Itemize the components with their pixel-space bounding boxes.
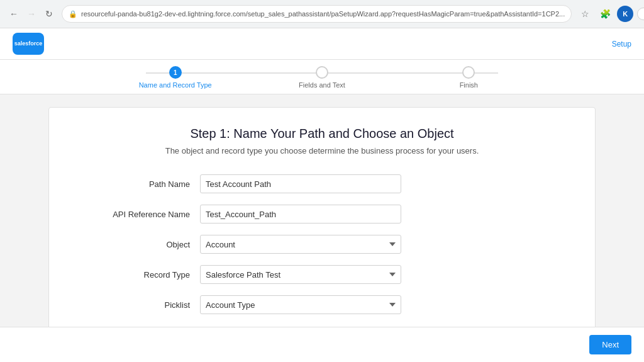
object-select[interactable]: Account Contact Lead Opportunity [200,235,401,254]
step-circle-1: 1 [169,66,182,79]
setup-link[interactable]: Setup [612,40,631,48]
address-bar[interactable]: 🔒 resourceful-panda-bu81g2-dev-ed.lightn… [62,5,572,23]
progress-step-3: Finish [396,66,542,94]
lock-icon: 🔒 [69,10,77,18]
step-label-1: Name and Record Type [139,81,212,94]
picklist-control: Account Type Rating Type [200,295,401,314]
picklist-label: Picklist [74,300,200,310]
top-nav: salesforce Setup [0,28,644,60]
browser-chrome: ← → ↻ 🔒 resourceful-panda-bu81g2-dev-ed.… [0,0,644,28]
object-row: Object Account Contact Lead Opportunity [74,235,570,254]
wizard-card: Step 1: Name Your Path and Choose an Obj… [48,107,596,327]
next-button[interactable]: Next [589,335,631,354]
record-type-select[interactable]: Salesforce Path Test Master Default [200,265,401,284]
api-reference-row: API Reference Name [74,205,570,223]
wizard-subtitle: The object and record type you choose de… [74,146,570,156]
refresh-button[interactable]: ↻ [42,6,57,21]
step-label-2: Fields and Text [299,81,345,94]
salesforce-app: salesforce Setup 1 Name and Record Type … [0,28,644,362]
record-type-control: Salesforce Path Test Master Default [200,265,401,284]
progress-step-2: Fields and Text [248,66,395,94]
object-control: Account Contact Lead Opportunity [200,235,401,254]
extensions-icon[interactable]: 🧩 [597,6,613,22]
step-label-3: Finish [460,81,478,94]
wizard-title: Step 1: Name Your Path and Choose an Obj… [74,127,570,141]
picklist-select[interactable]: Account Type Rating Type [200,295,401,314]
step-circle-2 [316,66,328,79]
bookmark-icon[interactable]: ☆ [577,6,593,22]
record-type-label: Record Type [74,270,200,280]
step-circle-3 [462,66,475,79]
wizard-progress: 1 Name and Record Type Fields and Text F… [0,60,644,94]
error-button[interactable]: Error [637,8,644,20]
object-label: Object [74,240,200,249]
wizard-footer: Next [0,327,644,362]
user-avatar-button[interactable]: K [617,6,633,22]
api-reference-input[interactable] [200,205,401,223]
api-reference-control [200,205,401,223]
api-reference-label: API Reference Name [74,210,200,219]
main-content: Step 1: Name Your Path and Choose an Obj… [0,94,644,327]
url-text: resourceful-panda-bu81g2-dev-ed.lightnin… [81,10,565,18]
path-name-control [200,174,401,193]
picklist-row: Picklist Account Type Rating Type [74,295,570,314]
back-button[interactable]: ← [6,6,21,21]
path-name-label: Path Name [74,179,200,189]
path-name-input[interactable] [200,174,401,193]
forward-button[interactable]: → [24,6,39,21]
logo-text: salesforce [14,40,43,47]
progress-step-1: 1 Name and Record Type [102,66,248,94]
path-name-row: Path Name [74,174,570,193]
record-type-row: Record Type Salesforce Path Test Master … [74,265,570,284]
salesforce-logo: salesforce [13,33,44,55]
